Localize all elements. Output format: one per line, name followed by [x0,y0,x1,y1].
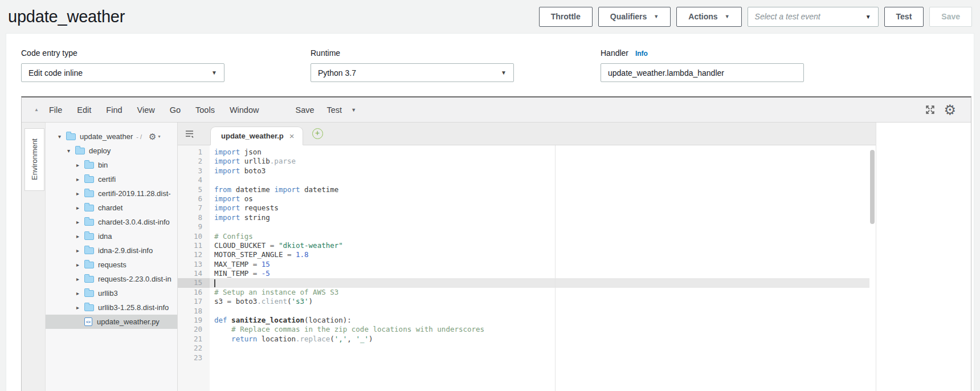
code-line-14[interactable]: MIN_TEMP = -5 [214,269,869,278]
code-area[interactable]: 1234567891011121314151617181920212223 im… [178,145,876,391]
menu-file[interactable]: File [49,105,62,115]
code-line-13[interactable]: MAX_TEMP = 15 [214,260,869,269]
code-line-19[interactable]: def sanitize_location(location): [214,316,869,325]
menu-go[interactable]: Go [170,105,181,115]
code-line-1[interactable]: import json [214,148,869,157]
code-line-3[interactable]: import boto3 [214,166,869,176]
line-number: 11 [178,241,210,250]
expand-caret-icon[interactable]: ▸ [76,190,84,197]
chevron-down-icon[interactable]: ▾ [158,134,160,139]
menu-find[interactable]: Find [106,105,122,115]
expand-caret-icon[interactable]: ▸ [76,262,84,268]
test-event-select[interactable]: Select a test event ▼ [748,7,879,27]
collapse-editor-icon[interactable]: ▲ [34,107,39,112]
expand-caret-icon[interactable]: ▸ [76,205,84,211]
code-line-11[interactable]: CLOUD_BUCKET = "dkiot-weather" [214,241,869,250]
code-editor: ▲ FileEditFindViewGoToolsWindow Save Tes… [21,96,971,391]
code-line-15[interactable] [210,278,869,287]
line-number-gutter: 1234567891011121314151617181920212223 [178,145,210,391]
code-line-21[interactable]: return location.replace(',', '_') [214,335,869,344]
code-line-7[interactable]: import requests [214,203,869,213]
tree-item-update_weather[interactable]: ▾update_weather- /⚙▾ [46,129,177,144]
tree-item-deploy[interactable]: ▾deploy [46,144,177,158]
line-number: 9 [178,222,210,231]
tree-item-chardet-3.0.4.dist-info[interactable]: ▸chardet-3.0.4.dist-info [46,215,177,229]
expand-caret-icon[interactable]: ▸ [76,247,84,254]
folder-icon [84,262,94,268]
code-line-6[interactable]: import os [214,194,869,203]
expand-caret-icon[interactable]: ▸ [76,162,84,168]
actions-button[interactable]: Actions ▼ [676,7,741,27]
tree-item-requests[interactable]: ▸requests [46,258,177,272]
fullscreen-icon[interactable] [925,104,936,115]
code-line-17[interactable]: s3 = boto3.client('s3') [214,297,869,306]
tree-item-idna-2.9.dist-info[interactable]: ▸idna-2.9.dist-info [46,243,177,258]
tree-item-bin[interactable]: ▸bin [46,158,177,172]
test-button[interactable]: Test [884,7,924,27]
code-line-4[interactable] [214,176,869,185]
code-line-20[interactable]: # Replace commas in the zip code locatio… [214,325,869,334]
code-line-18[interactable] [214,307,869,316]
tree-item-idna[interactable]: ▸idna [46,229,177,243]
tree-item-certifi[interactable]: ▸certifi [46,172,177,186]
expand-caret-icon[interactable]: ▸ [76,219,84,225]
handler-info-link[interactable]: Info [635,50,648,58]
menu-view[interactable]: View [137,105,155,115]
tree-item-label: deploy [89,146,111,155]
code-entry-type-select[interactable]: Edit code inline ▼ [21,63,224,82]
code-line-22[interactable] [214,344,869,353]
code-line-9[interactable] [214,222,869,231]
editor-save-menu[interactable]: Save [295,105,314,115]
expand-caret-icon[interactable]: ▸ [76,176,84,182]
editor-tab[interactable]: update_weather.p × [210,127,303,145]
line-number: 1 [178,148,210,157]
collapse-caret-icon[interactable]: ▾ [67,148,75,154]
expand-caret-icon[interactable]: ▸ [76,290,84,296]
handler-label-text: Handler [601,48,628,58]
tree-item-update_weather.py[interactable]: <>update_weather.py [46,315,177,329]
tree-item-label: idna [98,232,112,241]
settings-gear-icon[interactable]: ⚙ [944,103,956,117]
chevron-down-icon[interactable]: ▼ [351,107,356,113]
tree-item-chardet[interactable]: ▸chardet [46,201,177,215]
editor-column: update_weather.p × + 1234567891011121314… [178,123,876,391]
throttle-button[interactable]: Throttle [539,7,593,27]
new-tab-icon[interactable]: + [312,128,323,139]
menu-tools[interactable]: Tools [195,105,215,115]
code-line-12[interactable]: MOTOR_STEP_ANGLE = 1.8 [214,250,869,259]
tree-item-label: requests-2.23.0.dist-in [98,275,172,283]
settings-gear-icon[interactable]: ⚙ [149,132,156,141]
line-number: 22 [178,344,210,353]
menu-window[interactable]: Window [230,105,259,115]
editor-tabbar: update_weather.p × + [178,123,876,145]
code-line-2[interactable]: import urllib.parse [214,157,869,166]
code-line-8[interactable]: import string [214,213,869,222]
tree-item-certifi-2019.11.28.dist-[interactable]: ▸certifi-2019.11.28.dist- [46,186,177,201]
tree-item-label: chardet-3.0.4.dist-info [98,218,170,226]
environment-tab[interactable]: Environment [24,128,44,191]
code-line-16[interactable]: # Setup an instance of AWS S3 [214,288,869,297]
code-line-10[interactable]: # Configs [214,232,869,241]
qualifiers-button[interactable]: Qualifiers ▼ [598,7,671,27]
tree-item-urllib3-1.25.8.dist-info[interactable]: ▸urllib3-1.25.8.dist-info [46,300,177,315]
runtime-label: Runtime [311,48,514,58]
code-line-23[interactable] [214,353,869,363]
editor-test-menu[interactable]: Test [327,105,342,115]
runtime-select[interactable]: Python 3.7 ▼ [311,63,514,82]
code-content[interactable]: import jsonimport urllib.parseimport bot… [210,145,869,391]
save-button[interactable]: Save [929,7,972,27]
collapse-caret-icon[interactable]: ▾ [58,133,66,140]
handler-input[interactable] [601,63,804,82]
close-icon[interactable]: × [289,132,295,140]
tree-item-urllib3[interactable]: ▸urllib3 [46,286,177,300]
file-tree: ▾update_weather- /⚙▾▾deploy▸bin▸certifi▸… [46,123,178,391]
editor-scrollbar[interactable] [870,150,875,224]
tree-item-requests-2.23.0.dist-in[interactable]: ▸requests-2.23.0.dist-in [46,272,177,286]
open-files-list-icon[interactable] [185,129,194,138]
expand-caret-icon[interactable]: ▸ [76,276,84,282]
code-line-5[interactable]: from datetime import datetime [214,185,869,194]
expand-caret-icon[interactable]: ▸ [76,304,84,311]
tree-item-label: update_weather [80,132,133,141]
menu-edit[interactable]: Edit [77,105,91,115]
expand-caret-icon[interactable]: ▸ [76,233,84,239]
